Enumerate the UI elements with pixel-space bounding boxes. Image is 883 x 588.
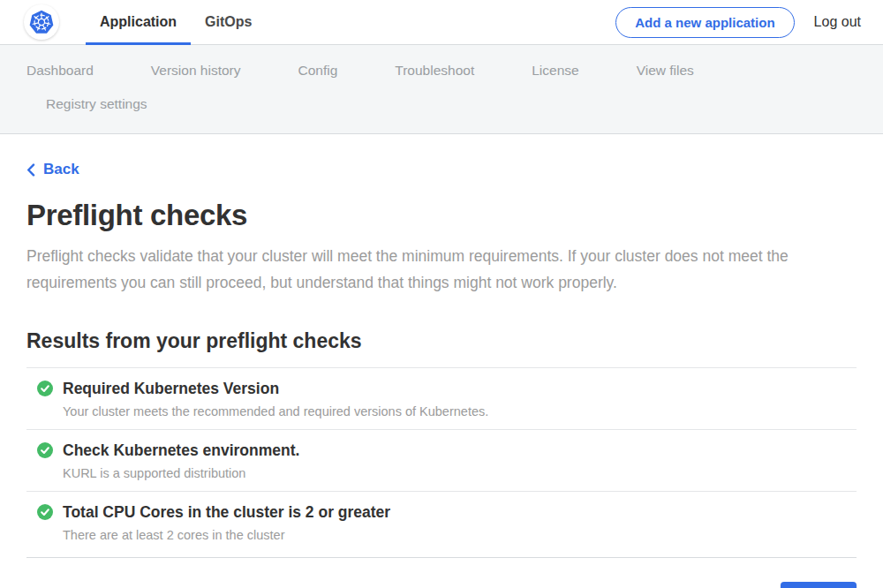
preflight-check-row: Total CPU Cores in the cluster is 2 or g… xyxy=(26,492,857,553)
subnav-row-1: Dashboard Version history Config Trouble… xyxy=(26,54,857,87)
subnav-item-version-history[interactable]: Version history xyxy=(151,54,241,87)
tab-application-label: Application xyxy=(100,14,177,30)
check-title: Check Kubernetes environment. xyxy=(63,441,299,460)
check-circle-icon xyxy=(37,504,53,520)
subnav-row-2: Registry settings xyxy=(26,87,857,121)
check-message: There are at least 2 cores in the cluste… xyxy=(37,528,846,542)
tab-gitops[interactable]: GitOps xyxy=(191,0,266,44)
check-circle-icon xyxy=(37,381,53,396)
tab-application[interactable]: Application xyxy=(86,0,191,44)
page-description: Preflight checks validate that your clus… xyxy=(26,243,830,296)
top-navbar: Application GitOps Add a new application… xyxy=(0,0,883,45)
preflight-check-row: Check Kubernetes environment. KURL is a … xyxy=(26,430,857,491)
subnav-item-troubleshoot[interactable]: Troubleshoot xyxy=(395,54,474,87)
results-title: Results from your preflight checks xyxy=(26,329,857,353)
subnav-item-view-files[interactable]: View files xyxy=(637,54,694,87)
app-subnav: Dashboard Version history Config Trouble… xyxy=(0,45,883,134)
add-new-application-button[interactable]: Add a new application xyxy=(615,7,794,38)
primary-tabs: Application GitOps xyxy=(86,0,266,44)
rerun-button[interactable]: Re-run xyxy=(781,582,857,588)
subnav-item-config[interactable]: Config xyxy=(298,54,338,87)
check-circle-icon xyxy=(37,442,53,458)
back-link[interactable]: Back xyxy=(26,161,79,178)
check-title: Total CPU Cores in the cluster is 2 or g… xyxy=(63,503,390,522)
tab-gitops-label: GitOps xyxy=(205,14,252,30)
subnav-item-registry-settings[interactable]: Registry settings xyxy=(46,87,147,121)
divider xyxy=(26,557,857,558)
app-logo xyxy=(0,0,86,44)
kubernetes-logo-icon xyxy=(24,4,59,40)
subnav-item-license[interactable]: License xyxy=(532,54,578,87)
check-message: Your cluster meets the recommended and r… xyxy=(37,404,846,418)
footer-actions: Re-run xyxy=(26,582,857,588)
chevron-left-icon xyxy=(26,163,35,177)
topnav-right: Add a new application Log out xyxy=(615,0,883,44)
logout-link[interactable]: Log out xyxy=(814,14,861,30)
back-link-label: Back xyxy=(43,161,79,178)
check-title: Required Kubernetes Version xyxy=(63,380,279,398)
main-content: Back Preflight checks Preflight checks v… xyxy=(26,134,857,588)
page-title: Preflight checks xyxy=(26,199,857,232)
check-message: KURL is a supported distribution xyxy=(37,466,846,480)
subnav-item-dashboard[interactable]: Dashboard xyxy=(26,54,94,87)
preflight-check-row: Required Kubernetes Version Your cluster… xyxy=(26,368,857,429)
